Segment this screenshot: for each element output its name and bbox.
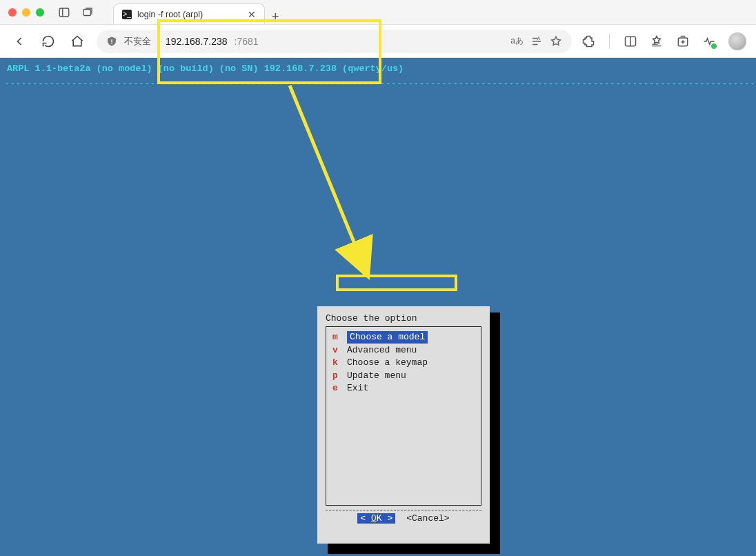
menu-label: Advanced menu <box>347 344 417 357</box>
menu-item-exit[interactable]: e Exit <box>330 382 477 395</box>
menu-key: m <box>332 331 339 344</box>
cancel-button[interactable]: <Cancel> <box>406 513 449 524</box>
not-secure-label: 不安全 <box>124 35 151 48</box>
menu-key: p <box>332 370 339 382</box>
tab-strip: >_ login -f root (arpl) ✕ + <box>113 0 279 24</box>
svg-rect-1 <box>83 9 91 15</box>
dialog-footer: < OK > <Cancel> <box>326 510 481 524</box>
tab-overview-icon[interactable] <box>81 6 94 19</box>
tab-title: login -f root (arpl) <box>137 10 203 19</box>
close-tab-button[interactable]: ✕ <box>248 10 256 19</box>
browser-tab[interactable]: >_ login -f root (arpl) ✕ <box>113 3 265 24</box>
toolbar-separator <box>609 34 610 49</box>
ok-button[interactable]: < OK > <box>357 513 395 524</box>
menu-label: Choose a model <box>347 331 428 344</box>
home-button[interactable] <box>68 32 87 51</box>
not-secure-icon <box>106 36 117 47</box>
menu-item-update[interactable]: p Update menu <box>330 370 477 382</box>
sidebar-tabgroup-controls <box>58 6 94 19</box>
address-bar[interactable]: 不安全 192.168.7.238:7681 aあ A <box>97 30 572 53</box>
reader-mode-icon[interactable]: A <box>530 35 543 48</box>
profile-avatar[interactable] <box>728 32 746 50</box>
urlbar-divider <box>158 36 159 47</box>
extensions-icon[interactable] <box>581 34 595 48</box>
performance-icon[interactable] <box>702 34 716 48</box>
window-controls <box>8 8 44 17</box>
new-tab-button[interactable]: + <box>272 10 279 24</box>
dialog-title: Choose the option <box>326 313 481 324</box>
menu-label: Update menu <box>347 370 406 382</box>
menu-frame: m Choose a model v Advanced menu k Choos… <box>326 326 481 506</box>
titlebar: >_ login -f root (arpl) ✕ + <box>0 0 756 25</box>
menu-item-choose-model[interactable]: m Choose a model <box>330 331 477 344</box>
menu-items: m Choose a model v Advanced menu k Choos… <box>330 331 477 395</box>
toolbar-right <box>581 32 746 50</box>
refresh-button[interactable] <box>39 32 58 51</box>
terminal-favicon-icon: >_ <box>122 10 132 19</box>
close-window-button[interactable] <box>8 8 17 17</box>
panel-toggle-icon[interactable] <box>58 6 70 19</box>
menu-key: k <box>332 357 339 369</box>
favorites-list-icon[interactable] <box>650 34 664 48</box>
menu-label: Exit <box>347 382 368 395</box>
arpl-menu-dialog: Choose the option m Choose a model v Adv… <box>317 306 490 544</box>
svg-rect-0 <box>59 8 69 17</box>
url-host: 192.168.7.238 <box>166 36 228 47</box>
terminal-divider: ----------------------------------------… <box>0 78 756 89</box>
menu-item-advanced[interactable]: v Advanced menu <box>330 344 477 357</box>
menu-item-keymap[interactable]: k Choose a keymap <box>330 357 477 369</box>
minimize-window-button[interactable] <box>22 8 30 17</box>
split-screen-icon[interactable] <box>624 34 637 48</box>
svg-rect-3 <box>111 43 112 43</box>
terminal-viewport: ARPL 1.1-beta2a (no model) (no build) (n… <box>0 58 756 556</box>
menu-label: Choose a keymap <box>347 357 428 369</box>
url-port: :7681 <box>235 36 259 47</box>
menu-key: v <box>332 344 339 357</box>
back-button[interactable] <box>10 32 29 51</box>
maximize-window-button[interactable] <box>36 8 44 17</box>
favorite-star-icon[interactable] <box>550 35 562 48</box>
arpl-status-line: ARPL 1.1-beta2a (no model) (no build) (n… <box>0 58 756 78</box>
collections-icon[interactable] <box>676 34 690 48</box>
translate-button[interactable]: aあ <box>510 35 524 47</box>
svg-text:A: A <box>537 35 541 40</box>
svg-rect-2 <box>111 39 112 42</box>
browser-toolbar: 不安全 192.168.7.238:7681 aあ A <box>0 25 756 58</box>
menu-key: e <box>332 382 339 395</box>
